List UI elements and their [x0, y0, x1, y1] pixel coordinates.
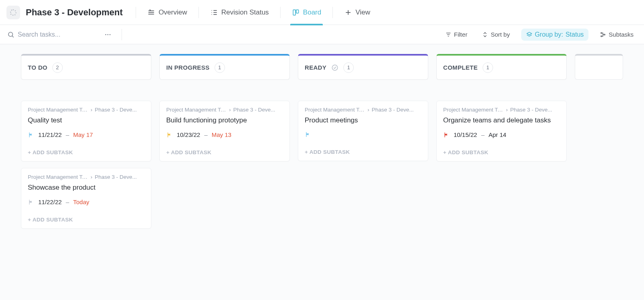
svg-point-16	[211, 12, 212, 13]
svg-point-33	[601, 32, 602, 33]
column-count: 1	[215, 62, 225, 73]
more-options-button[interactable]	[102, 29, 114, 40]
column-cards: Project Management Tem... › Phase 3 - De…	[21, 101, 151, 229]
add-subtask-button[interactable]: ADD SUBTASK	[28, 217, 144, 223]
chevron-right-icon: ›	[91, 107, 93, 113]
column-header[interactable]: TO DO 2	[21, 54, 151, 80]
board-column: TO DO 2 Project Management Tem... › Phas…	[21, 54, 151, 300]
search-input[interactable]	[18, 31, 98, 38]
column-name: COMPLETE	[443, 64, 478, 71]
divider	[122, 29, 122, 40]
add-column-placeholder[interactable]	[575, 54, 623, 300]
svg-point-6	[10, 11, 11, 12]
board-column: COMPLETE 1 Project Management Tem... › P…	[436, 54, 567, 300]
add-subtask-button[interactable]: ADD SUBTASK	[28, 149, 144, 155]
card-title: Organize teams and delegate tasks	[443, 116, 560, 125]
column-header[interactable]: READY 1	[298, 54, 428, 80]
task-card[interactable]: Project Management Tem... › Phase 3 - De…	[436, 101, 567, 161]
tab-board[interactable]: Board	[286, 0, 327, 25]
board: TO DO 2 Project Management Tem... › Phas…	[0, 44, 644, 300]
svg-point-24	[8, 32, 13, 37]
column-name: TO DO	[28, 64, 47, 71]
card-start-date: 10/15/22	[454, 131, 477, 138]
sort-button[interactable]: Sort by	[479, 29, 513, 40]
add-subtask-button[interactable]: ADD SUBTASK	[443, 149, 560, 155]
filter-button[interactable]: Filter	[442, 29, 471, 40]
svg-point-2	[15, 12, 17, 13]
filter-label: Filter	[454, 31, 467, 38]
svg-point-26	[105, 34, 106, 35]
task-card[interactable]: Project Management Tem... › Phase 3 - De…	[21, 168, 151, 229]
card-breadcrumb: Project Management Tem... › Phase 3 - De…	[28, 107, 144, 113]
task-card[interactable]: Project Management Tem... › Phase 3 - De…	[21, 101, 151, 161]
divider	[332, 7, 333, 18]
pinned-list-icon	[147, 8, 155, 17]
column-count: 2	[52, 62, 63, 73]
breadcrumb-child[interactable]: Phase 3 - Deve...	[95, 107, 137, 113]
column-cards: Project Management Tem... › Phase 3 - De…	[159, 101, 290, 161]
breadcrumb-child[interactable]: Phase 3 - Deve...	[233, 107, 275, 113]
divider	[280, 7, 281, 18]
task-card[interactable]: Project Management Tem... › Phase 3 - De…	[298, 101, 428, 161]
card-breadcrumb: Project Management Tem... › Phase 3 - De…	[443, 107, 560, 113]
group-by-label: Group by:	[535, 31, 563, 38]
svg-point-11	[148, 10, 149, 11]
group-by-button[interactable]: Group by: Status	[521, 29, 589, 41]
flag-icon	[166, 132, 173, 138]
breadcrumb-parent[interactable]: Project Management Tem...	[305, 107, 365, 113]
project-status-icon	[6, 6, 20, 19]
subtasks-button[interactable]: Subtasks	[597, 29, 637, 40]
page-title: Phase 3 - Development	[26, 7, 123, 18]
add-subtask-button[interactable]: ADD SUBTASK	[305, 149, 421, 155]
add-view-button[interactable]: View	[339, 0, 376, 25]
chevron-right-icon: ›	[506, 107, 508, 113]
tab-revision-label: Revision Status	[221, 8, 269, 17]
svg-point-18	[211, 14, 212, 15]
ellipsis-icon	[104, 31, 111, 38]
date-separator: –	[66, 199, 69, 205]
breadcrumb-parent[interactable]: Project Management Tem...	[166, 107, 227, 113]
layers-icon	[526, 31, 533, 38]
breadcrumb-parent[interactable]: Project Management Tem...	[443, 107, 504, 113]
breadcrumb-child[interactable]: Phase 3 - Deve...	[95, 174, 137, 180]
chevron-right-icon: ›	[367, 107, 369, 113]
column-cards: Project Management Tem... › Phase 3 - De…	[298, 101, 428, 161]
divider	[136, 7, 136, 18]
svg-point-14	[211, 10, 212, 11]
svg-point-35	[601, 35, 602, 37]
card-breadcrumb: Project Management Tem... › Phase 3 - De…	[305, 107, 421, 113]
breadcrumb-child[interactable]: Phase 3 - Deve...	[510, 107, 552, 113]
breadcrumb-child[interactable]: Phase 3 - Deve...	[372, 107, 414, 113]
tab-overview[interactable]: Overview	[142, 0, 193, 25]
add-view-label: View	[355, 8, 370, 17]
flag-icon	[28, 132, 34, 138]
card-meta: 11/22/22 – Today	[28, 199, 144, 205]
svg-point-27	[107, 34, 109, 35]
tab-revision-status[interactable]: Revision Status	[204, 0, 275, 25]
board-column: IN PROGRESS 1 Project Management Tem... …	[159, 54, 290, 300]
divider	[198, 7, 199, 18]
svg-rect-20	[293, 10, 295, 15]
breadcrumb-parent[interactable]: Project Management Tem...	[28, 174, 88, 180]
column-count: 1	[483, 62, 493, 73]
card-meta: 11/21/22 – May 17	[28, 131, 144, 138]
card-breadcrumb: Project Management Tem... › Phase 3 - De…	[28, 174, 144, 180]
card-start-date: 10/23/22	[177, 131, 200, 138]
card-due-date: May 13	[212, 131, 231, 138]
sort-label: Sort by	[491, 31, 510, 38]
card-start-date: 11/21/22	[38, 131, 62, 138]
add-subtask-button[interactable]: ADD SUBTASK	[166, 149, 283, 155]
column-cards: Project Management Tem... › Phase 3 - De…	[436, 101, 567, 161]
card-meta	[305, 131, 421, 138]
svg-point-36	[332, 65, 338, 70]
flag-icon	[443, 132, 450, 138]
column-count: 1	[343, 62, 354, 73]
svg-point-3	[14, 14, 16, 15]
column-header[interactable]: COMPLETE 1	[436, 54, 567, 80]
card-title: Product meetings	[305, 116, 421, 125]
column-header[interactable]: IN PROGRESS 1	[159, 54, 290, 80]
svg-marker-32	[527, 32, 532, 35]
task-card[interactable]: Project Management Tem... › Phase 3 - De…	[159, 101, 290, 161]
svg-point-28	[109, 34, 111, 35]
breadcrumb-parent[interactable]: Project Management Tem...	[28, 107, 88, 113]
